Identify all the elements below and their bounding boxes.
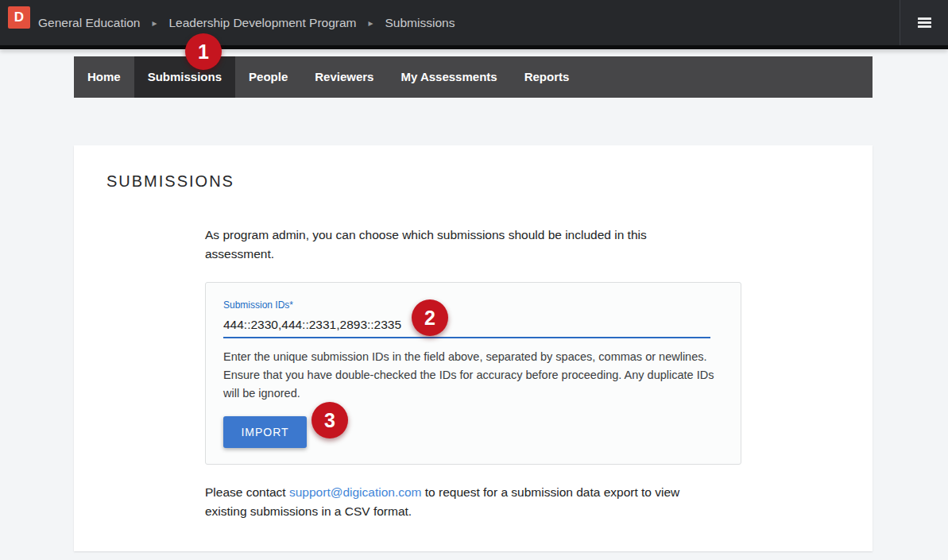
- step-badge-3: 3: [311, 402, 348, 438]
- tab-people[interactable]: People: [235, 56, 301, 98]
- tab-home[interactable]: Home: [74, 56, 134, 98]
- tab-reviewers[interactable]: Reviewers: [301, 56, 387, 98]
- page-title: SUBMISSIONS: [106, 172, 873, 191]
- tab-reports[interactable]: Reports: [511, 56, 583, 98]
- submission-ids-input[interactable]: [223, 318, 710, 338]
- header-divider: [0, 45, 948, 49]
- content-card: SUBMISSIONS As program admin, you can ch…: [74, 145, 873, 551]
- form-help-text: Enter the unique submission IDs in the f…: [223, 348, 714, 403]
- menu-region: [900, 0, 948, 45]
- tab-my-assessments[interactable]: My Assessments: [387, 56, 510, 98]
- support-email-link[interactable]: support@digication.com: [289, 485, 422, 499]
- contact-text-before: Please contact: [205, 485, 289, 499]
- app-header: D General Education ▸ Leadership Develop…: [0, 0, 948, 45]
- breadcrumb-separator-icon: ▸: [369, 17, 373, 29]
- breadcrumb-item-submissions[interactable]: Submissions: [385, 16, 455, 30]
- breadcrumb-item-general-education[interactable]: General Education: [38, 16, 140, 30]
- hamburger-icon: [918, 21, 931, 24]
- hamburger-icon: [918, 25, 931, 28]
- tab-submissions[interactable]: Submissions: [134, 56, 235, 98]
- contact-text: Please contact support@digication.com to…: [205, 483, 718, 521]
- breadcrumb: General Education ▸ Leadership Developme…: [38, 0, 455, 45]
- hamburger-icon: [918, 17, 931, 20]
- breadcrumb-separator-icon: ▸: [152, 17, 157, 29]
- app-logo-letter: D: [14, 10, 24, 25]
- step-badge-1: 1: [185, 33, 222, 70]
- submission-ids-label: Submission IDs*: [223, 299, 723, 311]
- intro-text: As program admin, you can choose which s…: [205, 226, 690, 264]
- step-badge-2: 2: [412, 299, 448, 336]
- content-area: As program admin, you can choose which s…: [205, 226, 741, 521]
- import-button[interactable]: IMPORT: [223, 416, 307, 448]
- hamburger-menu-button[interactable]: [918, 17, 931, 28]
- breadcrumb-item-leadership-development-program[interactable]: Leadership Development Program: [168, 16, 356, 30]
- submission-ids-form: Submission IDs* Enter the unique submiss…: [205, 282, 741, 465]
- app-logo[interactable]: D: [8, 6, 30, 29]
